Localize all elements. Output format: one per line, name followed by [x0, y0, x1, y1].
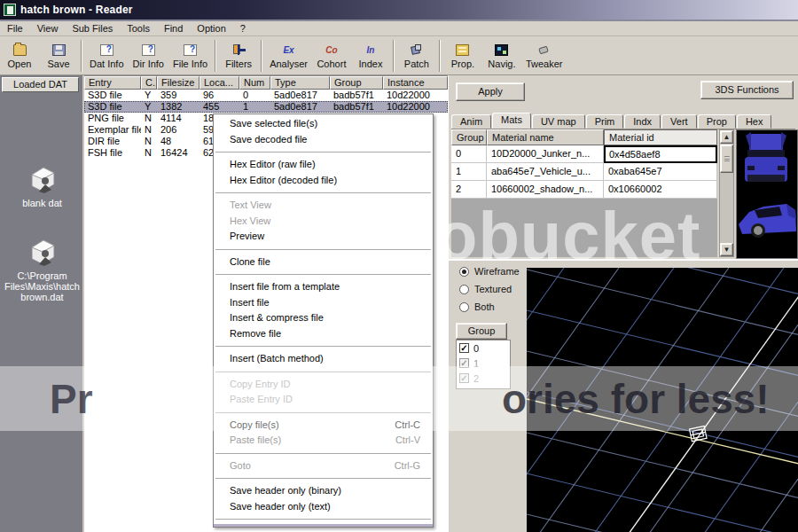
materials-grid-empty-area — [451, 199, 717, 257]
scroll-up-icon[interactable]: ▲ — [720, 130, 733, 144]
loaded-dat-header[interactable]: Loaded DAT — [2, 77, 79, 92]
dat-file-item[interactable]: C:\Program Files\Maxis\hatch brown.dat — [0, 237, 84, 302]
toolbar-button-analyser[interactable]: ExAnalyser — [265, 39, 312, 73]
context-menu-item-insert-file[interactable]: Insert file — [214, 295, 433, 311]
materials-header-row: GroupMaterial nameMaterial id — [451, 129, 717, 145]
table-cell: 5ad0e817 — [270, 101, 330, 113]
toolbar-button-label: Tweaker — [526, 59, 563, 69]
scrollbar-thumb[interactable]: ☰ — [720, 145, 733, 173]
radio-label: Wireframe — [474, 266, 520, 277]
materials-column-material-name[interactable]: Material name — [487, 129, 604, 145]
toolbar-button-save[interactable]: Save — [39, 39, 78, 73]
column-header-instance[interactable]: Instance — [383, 76, 448, 90]
menu-item-find[interactable]: Find — [157, 22, 190, 35]
table-cell: 1 — [239, 101, 270, 113]
render-mode-wireframe[interactable]: Wireframe — [459, 266, 520, 277]
context-menu-item-copy-file-s[interactable]: Copy file(s)Ctrl-C — [214, 418, 433, 434]
menu-item-view[interactable]: View — [30, 22, 66, 35]
radio-icon[interactable] — [459, 267, 469, 277]
title-bar[interactable]: hatch brown - Reader — [0, 0, 798, 20]
context-menu-item-clone-file[interactable]: Clone file — [214, 254, 433, 270]
tab-indx[interactable]: Indx — [624, 114, 661, 129]
render-mode-textured[interactable]: Textured — [459, 284, 512, 294]
group-checkbox-row[interactable]: ✓1 — [457, 356, 510, 371]
materials-cell[interactable]: 1 — [451, 163, 487, 181]
tab-hex[interactable]: Hex — [737, 114, 772, 129]
group-checkbox-list: ✓0✓1✓2 — [456, 340, 511, 389]
apply-button[interactable]: Apply — [456, 82, 525, 101]
context-menu-item-remove-file[interactable]: Remove file — [214, 326, 433, 342]
context-menu-item-insert-batch-method[interactable]: Insert (Batch method) — [214, 351, 433, 367]
group-checkbox-row[interactable]: ✓2 — [457, 371, 510, 386]
context-menu-item-save-header-only-text[interactable]: Save header only (text) — [214, 499, 433, 515]
context-menu-item-insert-file-from-a-template[interactable]: Insert file from a template — [214, 279, 433, 295]
toolbar-button-index[interactable]: InIndex — [351, 39, 390, 73]
materials-cell[interactable]: 2 — [451, 181, 487, 199]
materials-row[interactable]: 010D20000_Junker_n...0x4d58aef8 — [451, 145, 717, 163]
materials-cell[interactable]: 10D20000_Junker_n... — [487, 145, 604, 163]
materials-row[interactable]: 210660002_shadow_n...0x10660002 — [451, 181, 717, 199]
tab-anim[interactable]: Anim — [451, 114, 491, 129]
radio-icon[interactable] — [459, 285, 469, 294]
context-menu-item-save-selected-file-s[interactable]: Save selected file(s) — [214, 116, 433, 132]
tab-prim[interactable]: Prim — [586, 114, 624, 129]
menu-item-sub-files[interactable]: Sub Files — [65, 22, 120, 35]
table-row[interactable]: S3D fileY138245515ad0e817badb57f110d2200… — [84, 101, 448, 113]
toolbar-button-dat-info[interactable]: ?Dat Info — [85, 39, 129, 73]
table-row[interactable]: S3D fileY3599605ad0e817badb57f110d22000 — [84, 90, 448, 101]
scroll-down-icon[interactable]: ▼ — [720, 243, 733, 256]
checkbox-icon[interactable]: ✓ — [459, 343, 469, 353]
context-menu-item-save-decoded-file[interactable]: Save decoded file — [214, 132, 433, 148]
toolbar-button-cohort[interactable]: CoCohort — [312, 39, 351, 73]
column-header-filesize[interactable]: Filesize — [157, 76, 200, 90]
group-checkbox-row[interactable]: ✓0 — [457, 340, 510, 356]
context-menu-item-hex-editor-raw-file[interactable]: Hex Editor (raw file) — [214, 157, 433, 173]
tab-uv-map[interactable]: UV map — [532, 114, 585, 129]
context-menu-item-generate-new-instance[interactable]: Generate new instance — [214, 524, 433, 528]
materials-column-group[interactable]: Group — [451, 129, 487, 145]
toolbar-button-file-info[interactable]: ?File Info — [168, 39, 212, 73]
tab-mats[interactable]: Mats — [492, 113, 531, 129]
toolbar-button-label: Open — [8, 59, 32, 69]
toolbar-button-patch[interactable]: Patch — [397, 39, 436, 73]
toolbar-button-dir-info[interactable]: ?Dir Info — [129, 39, 168, 73]
toolbar-button-filters[interactable]: Filters — [219, 39, 258, 73]
radio-icon[interactable] — [459, 302, 469, 312]
wireframe-3d-view[interactable] — [527, 268, 798, 532]
context-menu-item-preview[interactable]: Preview — [214, 229, 433, 245]
context-menu-item-save-header-only-binary[interactable]: Save header only (binary) — [214, 483, 433, 499]
menu-item-option[interactable]: Option — [190, 22, 232, 35]
materials-row[interactable]: 1aba645e7_Vehicle_u...0xaba645e7 — [451, 163, 717, 181]
materials-cell[interactable]: 0 — [451, 145, 487, 163]
menu-item-file[interactable]: File — [0, 22, 30, 35]
column-header-group[interactable]: Group — [330, 76, 383, 90]
column-header-c[interactable]: C... — [141, 76, 157, 90]
materials-column-material-id[interactable]: Material id — [604, 129, 717, 145]
materials-scrollbar[interactable]: ▲ ☰ ▼ — [719, 129, 734, 257]
context-menu-item-copy-entry-id: Copy Entry ID — [214, 377, 433, 393]
3ds-functions-button[interactable]: 3DS Functions — [700, 81, 794, 99]
context-menu-item-insert-compress-file[interactable]: Insert & compress file — [214, 310, 433, 326]
column-header-type[interactable]: Type — [270, 76, 330, 90]
tab-vert[interactable]: Vert — [661, 114, 697, 129]
group-list-header[interactable]: Group — [456, 323, 507, 340]
render-mode-both[interactable]: Both — [459, 301, 495, 312]
tab-prop[interactable]: Prop — [698, 114, 736, 129]
column-header-num[interactable]: Num — [239, 76, 270, 90]
materials-cell[interactable]: 0xaba645e7 — [604, 163, 717, 181]
context-menu-item-hex-editor-decoded-file[interactable]: Hex Editor (decoded file) — [214, 173, 433, 189]
dat-file-item[interactable]: blank dat — [0, 164, 84, 208]
toolbar-button-prop[interactable]: Prop. — [443, 39, 482, 73]
toolbar-button-open[interactable]: Open — [0, 39, 39, 73]
column-header-loca[interactable]: Loca... — [200, 76, 239, 90]
menu-item-[interactable]: ? — [233, 22, 253, 35]
materials-cell[interactable]: 0x4d58aef8 — [604, 145, 717, 163]
materials-cell[interactable]: 0x10660002 — [604, 181, 717, 199]
radio-label: Both — [474, 301, 495, 312]
column-header-entry[interactable]: Entry — [84, 76, 141, 90]
toolbar-button-tweaker[interactable]: Tweaker — [521, 39, 567, 73]
menu-item-tools[interactable]: Tools — [120, 22, 157, 35]
materials-cell[interactable]: aba645e7_Vehicle_u... — [487, 163, 604, 181]
materials-cell[interactable]: 10660002_shadow_n... — [487, 181, 604, 199]
toolbar-button-navig[interactable]: Navig. — [482, 39, 521, 73]
